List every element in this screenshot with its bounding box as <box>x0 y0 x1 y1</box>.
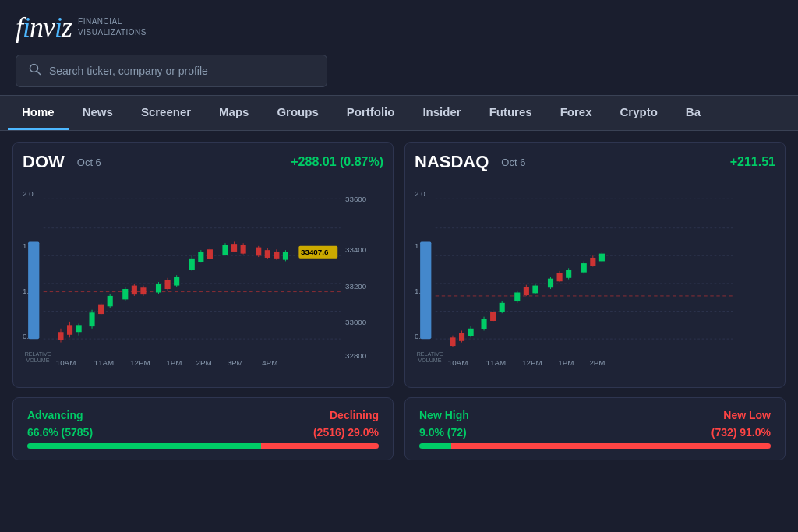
charts-row: DOW Oct 6 +288.01 (0.87%) 2.0 1.5 1.0 0.… <box>12 142 786 388</box>
dow-title: DOW <box>23 152 65 172</box>
svg-rect-117 <box>599 254 605 262</box>
svg-rect-38 <box>140 287 146 294</box>
advancing-value: 66.6% (5785) <box>27 426 93 439</box>
high-low-card: New High New Low 9.0% (72) (732) 91.0% <box>404 397 786 460</box>
svg-rect-32 <box>108 296 113 306</box>
nav-item-groups[interactable]: Groups <box>263 96 332 130</box>
svg-rect-24 <box>67 325 72 334</box>
svg-rect-52 <box>222 245 228 255</box>
new-low-value: (732) 91.0% <box>711 426 771 439</box>
new-low-bar <box>451 443 771 449</box>
svg-text:11AM: 11AM <box>94 358 115 367</box>
new-high-value: 9.0% (72) <box>419 426 467 439</box>
nav-item-news[interactable]: News <box>69 96 127 130</box>
advancing-bar <box>27 443 261 449</box>
svg-rect-89 <box>450 337 455 346</box>
svg-rect-93 <box>468 329 474 336</box>
search-bar[interactable]: Search ticker, company or profile <box>16 55 327 87</box>
dow-chart-card: DOW Oct 6 +288.01 (0.87%) 2.0 1.5 1.0 0.… <box>12 142 394 388</box>
nasdaq-date: Oct 6 <box>501 157 525 168</box>
new-high-bar <box>419 443 451 449</box>
dow-chart-svg: 2.0 1.5 1.0 0.5 33600 33400 33200 33000 … <box>23 175 383 378</box>
svg-rect-46 <box>189 259 195 270</box>
svg-rect-62 <box>274 252 279 259</box>
svg-rect-115 <box>590 258 595 266</box>
new-low-label: New Low <box>723 409 771 421</box>
adv-dec-bar <box>27 443 379 449</box>
svg-rect-34 <box>122 289 128 299</box>
svg-rect-101 <box>514 292 520 301</box>
svg-rect-64 <box>283 252 288 260</box>
svg-text:1PM: 1PM <box>166 358 182 367</box>
dow-chart-header: DOW Oct 6 +288.01 (0.87%) <box>23 152 383 172</box>
nasdaq-title: NASDAQ <box>415 152 489 172</box>
svg-rect-30 <box>98 305 104 314</box>
svg-text:2.0: 2.0 <box>23 189 34 198</box>
svg-rect-103 <box>524 287 529 295</box>
high-low-labels: New High New Low <box>419 409 771 421</box>
nav-item-maps[interactable]: Maps <box>205 96 263 130</box>
search-icon <box>29 63 41 79</box>
nav-item-crypto[interactable]: Crypto <box>606 96 672 130</box>
logo[interactable]: finviz FINANCIAL VISUALIZATIONS <box>16 11 147 44</box>
nav-item-ba[interactable]: Ba <box>672 96 715 130</box>
svg-rect-56 <box>241 245 246 254</box>
logo-subtitle: FINANCIAL VISUALIZATIONS <box>78 16 147 38</box>
dow-date: Oct 6 <box>77 157 101 168</box>
main-content: DOW Oct 6 +288.01 (0.87%) 2.0 1.5 1.0 0.… <box>0 131 798 471</box>
svg-text:33400: 33400 <box>345 245 367 254</box>
advancing-label: Advancing <box>27 409 83 421</box>
adv-dec-labels: Advancing Declining <box>27 409 379 421</box>
svg-text:2.0: 2.0 <box>415 189 425 198</box>
high-low-bar <box>419 443 771 449</box>
svg-text:2PM: 2PM <box>589 358 605 367</box>
adv-dec-values: 66.6% (5785) (2516) 29.0% <box>27 426 379 439</box>
svg-rect-50 <box>207 249 213 259</box>
nasdaq-chart-header: NASDAQ Oct 6 +211.51 <box>415 152 775 172</box>
svg-rect-109 <box>557 273 563 282</box>
nasdaq-chart-svg: 2.0 1.5 1.0 0.5 RELATIVE V <box>415 175 775 378</box>
svg-line-1 <box>37 72 41 75</box>
svg-text:2PM: 2PM <box>196 358 212 367</box>
svg-rect-36 <box>132 286 137 295</box>
svg-text:33000: 33000 <box>345 318 367 326</box>
svg-rect-111 <box>566 270 571 278</box>
svg-rect-107 <box>548 279 553 288</box>
svg-text:11AM: 11AM <box>486 358 507 367</box>
svg-text:33600: 33600 <box>345 195 367 203</box>
nav-item-futures[interactable]: Futures <box>475 96 546 130</box>
svg-text:10AM: 10AM <box>56 358 76 367</box>
svg-rect-54 <box>231 244 237 252</box>
svg-rect-40 <box>156 284 161 293</box>
svg-rect-44 <box>174 277 179 286</box>
nav-item-screener[interactable]: Screener <box>127 96 205 130</box>
svg-text:33407.6: 33407.6 <box>301 248 329 256</box>
svg-text:3PM: 3PM <box>228 358 243 367</box>
new-high-label: New High <box>419 409 469 421</box>
svg-text:VOLUME: VOLUME <box>418 358 441 364</box>
search-input[interactable]: Search ticker, company or profile <box>49 65 208 77</box>
nasdaq-change: +211.51 <box>730 155 775 169</box>
svg-rect-60 <box>265 250 270 258</box>
declining-bar <box>261 443 379 449</box>
nav-item-forex[interactable]: Forex <box>546 96 606 130</box>
svg-text:1PM: 1PM <box>558 358 574 367</box>
nav-item-home[interactable]: Home <box>8 96 69 130</box>
nav-item-portfolio[interactable]: Portfolio <box>333 96 409 130</box>
search-container: Search ticker, company or profile <box>0 55 798 95</box>
svg-rect-28 <box>89 312 94 326</box>
svg-rect-48 <box>198 252 203 262</box>
high-low-values: 9.0% (72) (732) 91.0% <box>419 426 771 439</box>
svg-text:33200: 33200 <box>345 282 367 291</box>
svg-text:12PM: 12PM <box>130 358 150 367</box>
stats-row: Advancing Declining 66.6% (5785) (2516) … <box>12 397 786 460</box>
logo-text: finviz <box>16 11 72 44</box>
nav-item-insider[interactable]: Insider <box>408 96 475 130</box>
header: finviz FINANCIAL VISUALIZATIONS <box>0 0 798 51</box>
svg-rect-85 <box>420 241 431 339</box>
svg-rect-91 <box>459 333 464 341</box>
svg-rect-58 <box>256 248 261 256</box>
navigation: Home News Screener Maps Groups Portfolio… <box>0 95 798 131</box>
dow-change: +288.01 (0.87%) <box>291 155 383 169</box>
svg-rect-26 <box>76 325 82 332</box>
